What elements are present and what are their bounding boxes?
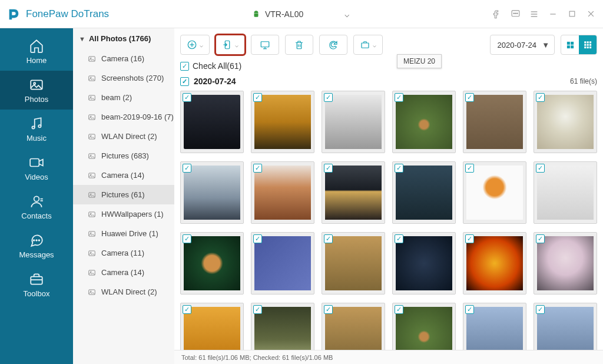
folder-item[interactable]: HWWallpapers (1)	[73, 204, 174, 224]
folder-item[interactable]: Camera (14)	[73, 263, 174, 282]
picture-icon	[87, 210, 97, 219]
check-all-checkbox[interactable]	[180, 62, 189, 71]
nav-music[interactable]: Music	[0, 110, 73, 148]
photo-checkbox[interactable]	[465, 164, 474, 173]
nav-toolbox[interactable]: Toolbox	[0, 265, 73, 304]
photo-checkbox[interactable]	[465, 93, 474, 102]
photo-checkbox[interactable]	[395, 305, 403, 314]
folder-item[interactable]: WLAN Direct (2)	[73, 282, 174, 302]
photo-thumbnail[interactable]	[180, 91, 244, 153]
more-button[interactable]: ⌵	[353, 35, 383, 55]
photo-checkbox[interactable]	[324, 305, 333, 314]
photo-checkbox[interactable]	[395, 234, 403, 243]
photo-thumbnail[interactable]	[392, 91, 456, 153]
photo-checkbox[interactable]	[253, 93, 262, 102]
photo-checkbox[interactable]	[253, 305, 262, 314]
photo-thumbnail[interactable]	[251, 161, 314, 224]
photo-thumbnail[interactable]	[180, 232, 244, 294]
photo-checkbox[interactable]	[536, 234, 545, 243]
export-to-device-button[interactable]: ⌵	[216, 35, 245, 55]
photo-checkbox[interactable]	[183, 164, 191, 173]
menu-icon[interactable]	[529, 9, 539, 19]
photo-thumbnail[interactable]	[534, 303, 597, 350]
refresh-button[interactable]	[319, 35, 347, 55]
photo-checkbox[interactable]	[395, 93, 403, 102]
photo-thumbnail[interactable]	[392, 303, 456, 350]
music-icon	[29, 116, 44, 131]
photo-thumbnail[interactable]	[534, 161, 597, 224]
photo-checkbox[interactable]	[253, 234, 262, 243]
photo-checkbox[interactable]	[465, 305, 474, 314]
photo-thumbnail[interactable]	[463, 232, 526, 294]
minimize-button[interactable]	[548, 9, 558, 19]
photo-thumbnail[interactable]	[534, 232, 597, 294]
photo-checkbox[interactable]	[324, 234, 333, 243]
photo-thumbnail[interactable]	[251, 303, 314, 350]
photo-thumbnail[interactable]	[392, 161, 456, 224]
folder-item[interactable]: Pictures (61)	[73, 185, 174, 204]
facebook-icon[interactable]	[491, 9, 502, 19]
feedback-icon[interactable]	[510, 9, 521, 19]
folder-item[interactable]: Camera (14)	[73, 166, 174, 185]
nav-label: Messages	[19, 250, 54, 259]
photo-checkbox[interactable]	[253, 164, 262, 173]
add-button[interactable]: ⌵	[180, 35, 210, 55]
maximize-button[interactable]	[566, 9, 577, 19]
folder-item[interactable]: Camera (16)	[73, 49, 174, 68]
pc-export-icon	[260, 39, 270, 50]
folder-item[interactable]: Screenshots (270)	[73, 68, 174, 88]
photo-checkbox[interactable]	[395, 164, 403, 173]
view-grid-large[interactable]	[579, 35, 597, 54]
photo-grid-scroll[interactable]	[174, 91, 603, 350]
folders-header[interactable]: ▼ All Photos (1766)	[73, 28, 174, 49]
photo-thumbnail[interactable]	[322, 91, 385, 153]
photo-checkbox[interactable]	[536, 93, 545, 102]
folder-item[interactable]: Pictures (683)	[73, 146, 174, 166]
photo-checkbox[interactable]	[536, 305, 545, 314]
device-selector[interactable]: VTR-AL00 ⌵	[244, 6, 356, 22]
photo-thumbnail[interactable]	[251, 232, 314, 294]
nav-home[interactable]: Home	[0, 32, 73, 71]
photo-checkbox[interactable]	[183, 305, 191, 314]
date-filter[interactable]: 2020-07-24 ▼	[490, 35, 555, 55]
nav-messages[interactable]: Messages	[0, 226, 73, 265]
folder-item[interactable]: beam (2)	[73, 88, 174, 107]
folder-item[interactable]: beam-2019-09-16 (7)	[73, 107, 174, 127]
folder-item[interactable]: WLAN Direct (2)	[73, 127, 174, 146]
delete-button[interactable]	[285, 35, 313, 55]
device-name: VTR-AL00	[265, 9, 303, 19]
photo-thumbnail[interactable]	[392, 232, 456, 294]
export-to-pc-button[interactable]	[251, 35, 279, 55]
photo-thumbnail[interactable]	[322, 232, 385, 294]
view-grid-small[interactable]	[561, 35, 579, 54]
toolbar: ⌵ ⌵ ⌵ 2020-07-24 ▼	[174, 28, 603, 61]
photo-image	[254, 307, 310, 350]
nav-videos[interactable]: Videos	[0, 148, 73, 187]
close-button[interactable]	[585, 9, 596, 19]
photo-checkbox[interactable]	[536, 164, 545, 173]
photo-checkbox[interactable]	[465, 234, 474, 243]
photo-thumbnail[interactable]	[322, 161, 385, 224]
svg-rect-22	[31, 276, 42, 284]
photo-thumbnail[interactable]	[251, 91, 314, 153]
photo-checkbox[interactable]	[324, 164, 333, 173]
folder-item[interactable]: Huawei Drive (1)	[73, 224, 174, 243]
svg-rect-15	[30, 158, 39, 166]
photo-checkbox[interactable]	[324, 93, 333, 102]
photo-checkbox[interactable]	[183, 93, 191, 102]
nav-photos[interactable]: Photos	[0, 71, 73, 110]
photo-thumbnail[interactable]	[463, 91, 526, 153]
toolbox-icon	[29, 272, 44, 287]
folder-item[interactable]: Camera (11)	[73, 243, 174, 263]
nav-label: Toolbox	[24, 289, 50, 298]
nav-contacts[interactable]: Contacts	[0, 187, 73, 226]
trash-icon	[294, 39, 304, 50]
photo-thumbnail[interactable]	[322, 303, 385, 350]
photo-thumbnail[interactable]	[534, 91, 597, 153]
date-checkbox[interactable]	[180, 77, 189, 86]
photo-thumbnail[interactable]	[180, 161, 244, 224]
photo-thumbnail[interactable]	[463, 161, 526, 224]
photo-thumbnail[interactable]	[180, 303, 244, 350]
photo-thumbnail[interactable]	[463, 303, 526, 350]
photo-checkbox[interactable]	[183, 234, 191, 243]
